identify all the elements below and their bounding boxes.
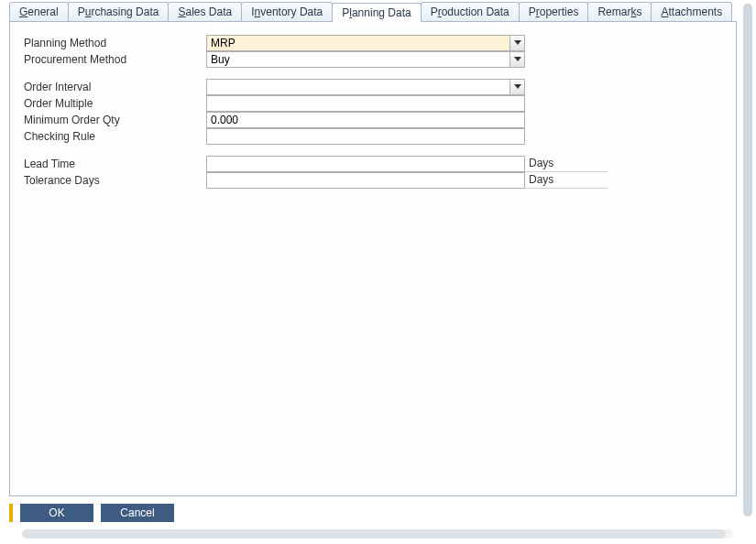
label-tolerance-days: Tolerance Days: [23, 173, 206, 188]
label-procurement-method: Procurement Method: [23, 52, 206, 67]
chevron-down-icon[interactable]: [509, 80, 524, 94]
field-order-interval[interactable]: [206, 79, 525, 95]
field-lead-time[interactable]: [206, 156, 525, 172]
suffix-lead-time: Days: [525, 156, 608, 172]
input-order-multiple[interactable]: [207, 96, 524, 111]
tab-bar: GeneralPurchasing DataSales DataInventor…: [9, 2, 737, 22]
field-procurement-method[interactable]: [206, 51, 525, 68]
field-planning-method[interactable]: [206, 35, 525, 51]
label-checking-rule: Checking Rule: [23, 129, 206, 144]
tab-planning-data[interactable]: Planning Data: [332, 3, 421, 22]
input-procurement-method[interactable]: [207, 52, 509, 67]
tab-production-data[interactable]: Production Data: [421, 2, 520, 21]
horizontal-scrollbar[interactable]: [22, 529, 733, 539]
chevron-down-icon[interactable]: [509, 52, 524, 67]
tab-properties[interactable]: Properties: [519, 2, 589, 21]
chevron-down-icon[interactable]: [509, 36, 524, 50]
suffix-tolerance-days: Days: [525, 172, 608, 189]
vertical-scrollbar[interactable]: [743, 4, 752, 517]
tab-purchasing-data[interactable]: Purchasing Data: [68, 2, 170, 21]
vertical-scrollbar-thumb[interactable]: [743, 4, 752, 517]
label-planning-method: Planning Method: [23, 36, 206, 50]
label-minimum-order-qty: Minimum Order Qty: [23, 113, 206, 127]
input-minimum-order-qty[interactable]: [207, 113, 524, 127]
tab-sales-data[interactable]: Sales Data: [168, 2, 242, 21]
field-minimum-order-qty[interactable]: [206, 112, 525, 128]
tab-general[interactable]: General: [9, 2, 69, 21]
tab-inventory-data[interactable]: Inventory Data: [241, 2, 333, 21]
label-lead-time: Lead Time: [23, 157, 206, 171]
input-lead-time[interactable]: [207, 157, 524, 171]
input-planning-method[interactable]: [207, 36, 509, 50]
input-order-interval[interactable]: [207, 80, 509, 94]
cancel-button[interactable]: Cancel: [101, 504, 174, 522]
accent-bar: [9, 504, 13, 522]
field-order-multiple[interactable]: [206, 95, 525, 112]
label-order-interval: Order Interval: [23, 80, 206, 94]
tab-attachments[interactable]: Attachments: [651, 2, 732, 21]
label-order-multiple: Order Multiple: [23, 96, 206, 111]
field-checking-rule[interactable]: [206, 128, 525, 145]
planning-data-panel: Planning MethodProcurement MethodOrder I…: [9, 22, 737, 496]
input-checking-rule[interactable]: [207, 129, 524, 144]
input-tolerance-days[interactable]: [207, 173, 524, 188]
field-tolerance-days[interactable]: [206, 172, 525, 189]
ok-button[interactable]: OK: [20, 504, 93, 522]
tab-remarks[interactable]: Remarks: [587, 2, 652, 21]
horizontal-scrollbar-thumb[interactable]: [22, 529, 726, 539]
